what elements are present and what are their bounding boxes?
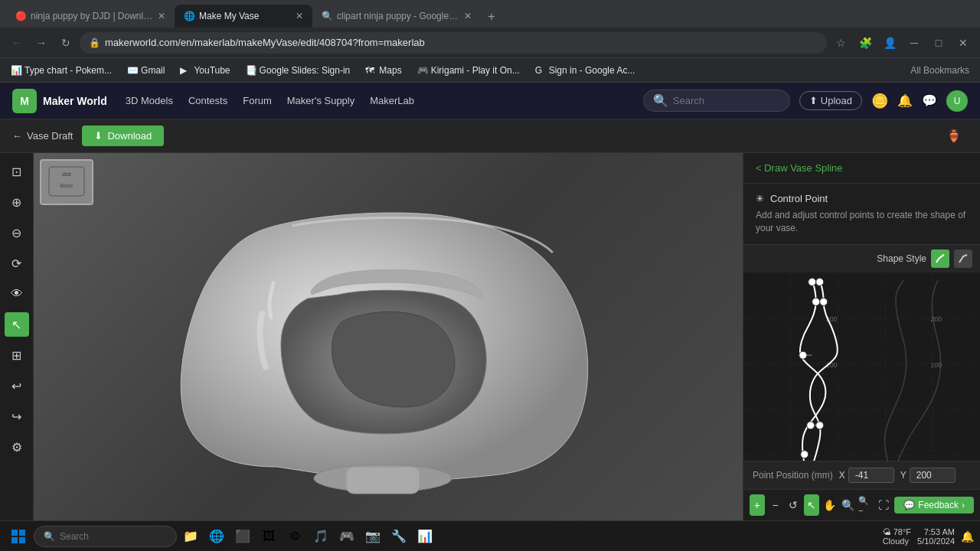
taskbar-search[interactable]: 🔍 xyxy=(34,526,177,547)
nav-3d-models[interactable]: 3D Models xyxy=(126,95,173,106)
notification-icon[interactable]: 🔔 xyxy=(961,530,974,543)
x-label: X xyxy=(839,470,845,481)
browser-tab-1[interactable]: 🔴 ninja puppy by DJD | Download... ✕ xyxy=(6,5,175,28)
upload-icon: ⬆ xyxy=(809,95,818,106)
point-position-label: Point Position (mm) xyxy=(753,470,833,481)
control-point-desc: Add and adjust control points to create … xyxy=(756,209,968,235)
tab1-close[interactable]: ✕ xyxy=(158,11,165,21)
fit-view-icon[interactable]: ⊡ xyxy=(5,159,29,184)
minimize-button[interactable]: ─ xyxy=(903,32,925,54)
eye-icon[interactable]: 👁 xyxy=(5,282,29,306)
bookmark-google-ac[interactable]: G Sign in - Google Ac... xyxy=(531,64,640,77)
new-tab-button[interactable]: + xyxy=(481,6,502,28)
expand-button[interactable]: ⛶ xyxy=(877,494,892,516)
download-button[interactable]: ⬇ Download xyxy=(82,126,164,146)
avatar[interactable]: U xyxy=(946,90,968,112)
shape-style-sharp-button[interactable] xyxy=(954,249,972,268)
upload-button[interactable]: ⬆ Upload xyxy=(799,91,862,110)
taskbar-app-4[interactable]: 📊 xyxy=(414,526,436,547)
taskbar-photos[interactable]: 🖼 xyxy=(258,526,279,547)
logo-area[interactable]: M Maker World xyxy=(12,89,107,113)
bookmark-gmail[interactable]: ✉️ Gmail xyxy=(122,64,169,77)
browser-tab-3[interactable]: 🔍 clipart ninja puppy - Google S... ✕ xyxy=(312,5,481,28)
hand-tool-button[interactable]: ✋ xyxy=(822,494,838,516)
nav-makerlab[interactable]: MakerLab xyxy=(370,95,414,106)
bookmark-label-0: Type chart - Pokem... xyxy=(24,65,112,76)
cursor-tool-button[interactable]: ↖ xyxy=(804,494,819,516)
zoom-in-icon[interactable]: ⊕ xyxy=(5,190,29,214)
nav-makers-supply[interactable]: Maker's Supply xyxy=(287,95,354,106)
tab1-title: ninja puppy by DJD | Download... xyxy=(31,11,153,21)
forward-button[interactable]: → xyxy=(31,32,52,54)
taskbar-app-2[interactable]: 📷 xyxy=(362,526,384,547)
reset-button[interactable]: ↺ xyxy=(786,494,801,516)
taskbar-search-input[interactable] xyxy=(60,531,167,542)
control-point-2[interactable] xyxy=(820,298,828,305)
redo-icon[interactable]: ↪ xyxy=(5,404,29,429)
transform-icon[interactable]: ⊞ xyxy=(5,343,29,367)
bookmark-maps[interactable]: 🗺 Maps xyxy=(361,64,406,77)
maximize-button[interactable]: □ xyxy=(928,32,949,54)
y-input[interactable] xyxy=(910,468,956,483)
bookmark-youtube[interactable]: ▶ YouTube xyxy=(175,64,234,77)
bookmark-kirigami[interactable]: 🎮 Kirigami - Play it On... xyxy=(413,64,524,77)
panel-back-button[interactable]: < Draw Vase Spline xyxy=(756,162,843,174)
zoom-out-icon[interactable]: ⊖ xyxy=(5,220,29,245)
message-icon[interactable]: 💬 xyxy=(922,93,937,108)
bookmark-favicon-5: 🎮 xyxy=(417,65,428,76)
vase-icon-button[interactable]: 🏺 xyxy=(940,122,968,150)
remove-point-button[interactable]: − xyxy=(768,494,783,516)
shape-style-curve-button[interactable] xyxy=(931,249,949,268)
rotate-icon[interactable]: ⟳ xyxy=(5,251,29,276)
bell-icon[interactable]: 🔔 xyxy=(897,93,913,108)
nav-forum[interactable]: Forum xyxy=(243,95,272,106)
nav-contests[interactable]: Contests xyxy=(188,95,227,106)
start-button[interactable] xyxy=(6,524,31,549)
taskbar-app-1[interactable]: 🎮 xyxy=(336,526,358,547)
taskbar-app-3[interactable]: 🔧 xyxy=(388,526,410,547)
settings-icon[interactable]: ⚙ xyxy=(5,435,29,459)
svg-rect-21 xyxy=(11,530,18,536)
close-button[interactable]: ✕ xyxy=(952,32,974,54)
taskbar-chrome[interactable]: 🌐 xyxy=(206,526,227,547)
bookmark-pokemon[interactable]: 📊 Type chart - Pokem... xyxy=(6,64,116,77)
control-point-0[interactable] xyxy=(808,278,816,285)
taskbar-settings[interactable]: ⚙ xyxy=(284,526,305,547)
browser-tab-2[interactable]: 🌐 Make My Vase ✕ xyxy=(175,5,312,28)
bookmark-all[interactable]: All Bookmarks xyxy=(906,64,974,77)
spline-graph[interactable]: 200 100 200 100 xyxy=(743,272,980,461)
bookmark-label-5: Kirigami - Play it On... xyxy=(431,65,520,76)
zoom-in-button[interactable]: 🔍 xyxy=(840,494,855,516)
feedback-button[interactable]: 💬 Feedback › xyxy=(894,497,974,514)
back-to-vase-draft[interactable]: ← Vase Draft xyxy=(12,130,73,142)
zoom-out-button[interactable]: 🔍− xyxy=(858,494,874,516)
search-input[interactable] xyxy=(673,95,780,106)
control-point-7[interactable] xyxy=(801,450,808,458)
extensions-button[interactable]: 🧩 xyxy=(854,32,876,54)
taskbar-music[interactable]: 🎵 xyxy=(310,526,332,547)
taskbar-search-icon: 🔍 xyxy=(44,531,55,542)
taskbar-terminal[interactable]: ⬛ xyxy=(232,526,253,547)
taskbar-clock[interactable]: 7:53 AM 5/10/2024 xyxy=(917,527,955,546)
tab3-close[interactable]: ✕ xyxy=(464,11,472,21)
app-header: M Maker World 3D Models Contests Forum M… xyxy=(0,83,980,119)
control-point-3[interactable] xyxy=(812,298,820,305)
reload-button[interactable]: ↻ xyxy=(55,32,77,54)
back-button[interactable]: ← xyxy=(6,32,28,54)
add-point-button[interactable]: + xyxy=(750,494,765,516)
3d-viewport[interactable]: dot Basic xyxy=(34,153,743,520)
tab2-close[interactable]: ✕ xyxy=(296,11,303,21)
address-bar[interactable]: 🔒 makerworld.com/en/makerlab/makeMyVase/… xyxy=(80,32,827,54)
control-point-section: ✳ ✳ Control Point Control Point Add and … xyxy=(743,184,980,245)
taskbar-file-explorer[interactable]: 📁 xyxy=(180,526,201,547)
undo-icon[interactable]: ↩ xyxy=(5,373,29,398)
x-input[interactable] xyxy=(848,468,894,483)
control-point-1[interactable] xyxy=(816,278,824,285)
search-bar[interactable]: 🔍 xyxy=(643,90,790,112)
star-button[interactable]: ☆ xyxy=(830,32,851,54)
bookmark-slides[interactable]: 📑 Google Slides: Sign-in xyxy=(241,64,355,77)
svg-rect-24 xyxy=(19,537,25,543)
select-tool-icon[interactable]: ↖ xyxy=(5,312,29,337)
tab3-favicon: 🔍 xyxy=(322,11,332,21)
profile-button[interactable]: 👤 xyxy=(879,32,900,54)
